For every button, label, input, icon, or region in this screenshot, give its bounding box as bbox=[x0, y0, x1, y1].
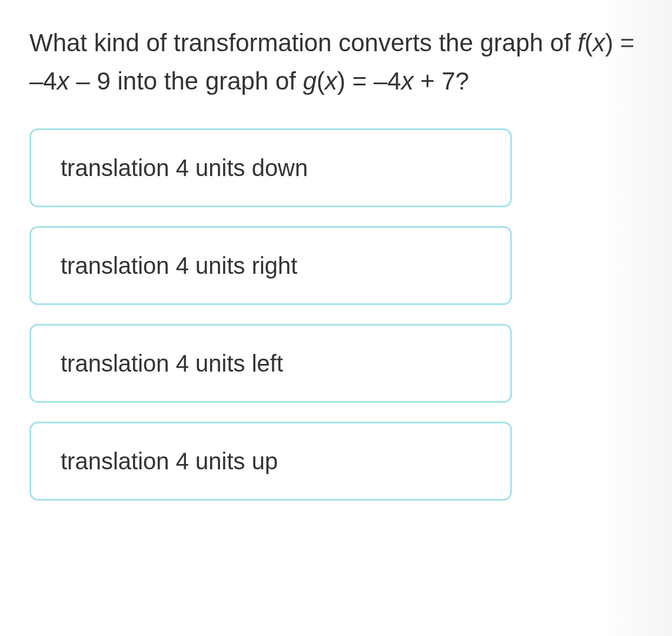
g-expr: = –4 bbox=[345, 67, 401, 95]
g-tail: + 7? bbox=[414, 67, 470, 95]
option-label: translation 4 units up bbox=[61, 448, 278, 474]
var-x-1: x bbox=[593, 29, 605, 57]
var-x-3: x bbox=[325, 67, 337, 95]
f-tail: – 9 into the graph of bbox=[69, 67, 303, 95]
option-1[interactable]: translation 4 units right bbox=[29, 226, 512, 305]
option-2[interactable]: translation 4 units left bbox=[29, 324, 512, 403]
option-3[interactable]: translation 4 units up bbox=[29, 422, 512, 501]
fn-g: g bbox=[303, 67, 317, 95]
option-label: translation 4 units right bbox=[61, 253, 297, 279]
var-x-2: x bbox=[57, 67, 69, 95]
var-x-4: x bbox=[401, 67, 414, 95]
question-prefix: What kind of transformation converts the… bbox=[29, 29, 577, 57]
options-list: translation 4 units down translation 4 u… bbox=[29, 128, 512, 501]
option-label: translation 4 units down bbox=[61, 155, 308, 181]
fn-f: f bbox=[577, 29, 584, 57]
question-text: What kind of transformation converts the… bbox=[29, 24, 643, 100]
option-label: translation 4 units left bbox=[61, 350, 283, 376]
option-0[interactable]: translation 4 units down bbox=[29, 128, 512, 207]
